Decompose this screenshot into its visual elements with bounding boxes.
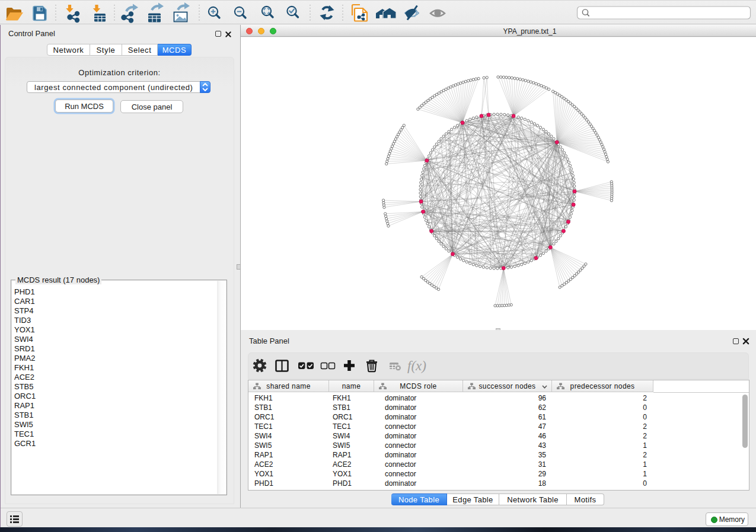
svg-text:f(x): f(x) bbox=[407, 358, 426, 373]
